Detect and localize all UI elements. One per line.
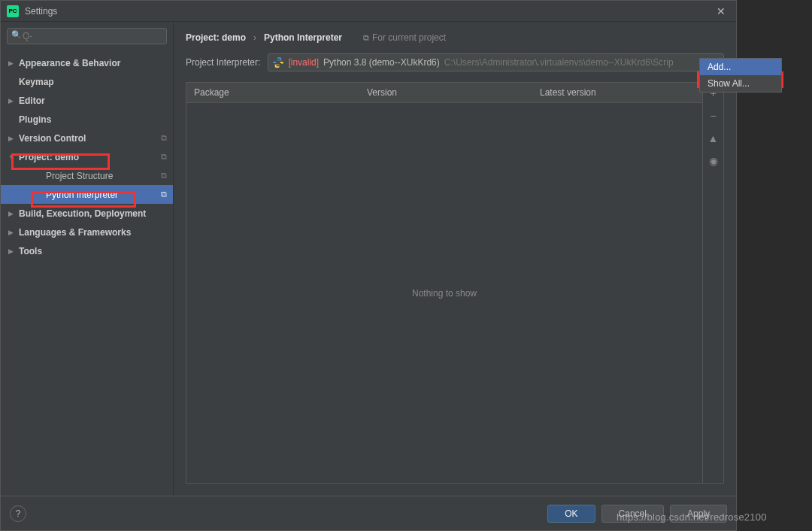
interpreter-combo[interactable]: [invalid] Python 3.8 (demo--XUkKrd6) C:\… [268, 53, 724, 71]
th-latest[interactable]: Latest version [532, 83, 702, 102]
empty-text: Nothing to show [412, 288, 477, 299]
help-button[interactable]: ? [10, 505, 26, 522]
chevron-right-icon[interactable]: ▶ [8, 210, 19, 217]
interpreter-name: Python 3.8 (demo--XUkKrd6) [323, 57, 440, 68]
chevron-right-icon[interactable]: ▶ [8, 135, 19, 142]
window-title: Settings [25, 6, 57, 17]
interpreter-path: C:\Users\Administrator\.virtualenvs\demo… [444, 57, 704, 68]
search-input[interactable] [7, 28, 167, 44]
search-icon: 🔍 [11, 30, 22, 40]
copy-icon: ⧉ [363, 33, 369, 43]
th-version[interactable]: Version [359, 83, 532, 102]
cancel-button[interactable]: Cancel [601, 505, 664, 523]
tree-item-appearance-behavior[interactable]: ▶Appearance & Behavior [1, 53, 173, 72]
breadcrumb-page: Python Interpreter [264, 32, 342, 43]
chevron-right-icon[interactable]: ▶ [8, 59, 19, 67]
table-header: Package Version Latest version [186, 83, 702, 103]
table-body: Nothing to show [186, 103, 702, 483]
close-icon[interactable]: ✕ [712, 4, 730, 19]
chevron-right-icon[interactable]: ▶ [8, 97, 19, 105]
tree-item-editor[interactable]: ▶Editor [1, 91, 173, 110]
chevron-down-icon[interactable]: ▼ [8, 153, 19, 161]
dropdown-item-add[interactable]: Add... [700, 59, 781, 75]
python-icon [273, 57, 283, 68]
tree-item-label: Appearance & Behavior [19, 58, 173, 68]
ok-button[interactable]: OK [547, 505, 595, 523]
tree-item-label: Python Interpreter [46, 190, 161, 200]
main-panel: Project: demo › Python Interpreter ⧉ For… [174, 22, 736, 496]
tree-item-label: Project: demo [19, 152, 161, 162]
settings-tree: ▶Appearance & BehaviorKeymap▶EditorPlugi… [1, 50, 173, 496]
tree-item-label: Languages & Frameworks [19, 227, 173, 238]
interpreter-label: Project Interpreter: [186, 57, 260, 68]
per-project-icon: ⧉ [161, 190, 167, 199]
search-wrap: 🔍 [7, 28, 167, 44]
dropdown-item-show-all[interactable]: Show All... [700, 75, 781, 92]
tree-item-python-interpreter[interactable]: Python Interpreter⧉ [1, 185, 173, 204]
upgrade-package-icon[interactable]: ▲ [708, 132, 719, 144]
th-package[interactable]: Package [186, 83, 359, 102]
tree-item-label: Plugins [19, 114, 173, 125]
tree-item-label: Editor [19, 96, 173, 106]
tree-item-project-structure[interactable]: Project Structure⧉ [1, 166, 173, 185]
tree-item-version-control[interactable]: ▶Version Control⧉ [1, 129, 173, 147]
tree-item-languages-frameworks[interactable]: ▶Languages & Frameworks [1, 223, 173, 241]
sidebar: 🔍 ▶Appearance & BehaviorKeymap▶EditorPlu… [1, 22, 174, 496]
breadcrumb: Project: demo › Python Interpreter ⧉ For… [174, 22, 736, 50]
chevron-right-icon[interactable]: ▶ [8, 247, 19, 255]
tree-item-tools[interactable]: ▶Tools [1, 241, 173, 260]
tree-item-label: Tools [19, 246, 173, 256]
tree-item-keymap[interactable]: Keymap [1, 72, 173, 91]
tree-item-label: Version Control [19, 133, 161, 144]
tree-item-label: Build, Execution, Deployment [19, 208, 173, 219]
per-project-icon: ⧉ [161, 152, 167, 162]
tree-item-plugins[interactable]: Plugins [1, 110, 173, 129]
breadcrumb-project: Project: demo [186, 32, 246, 43]
show-early-releases-icon[interactable]: ◉ [709, 155, 718, 167]
per-project-icon: ⧉ [161, 171, 167, 181]
invalid-tag: [invalid] [288, 57, 319, 68]
chevron-right-icon[interactable]: ▶ [8, 229, 19, 236]
tree-item-project-demo[interactable]: ▼Project: demo⧉ [1, 147, 173, 166]
remove-package-icon[interactable]: − [710, 110, 716, 122]
titlebar: PC Settings ✕ [1, 1, 736, 22]
per-project-icon: ⧉ [161, 133, 167, 143]
interpreter-dropdown-menu: Add... Show All... [699, 58, 782, 93]
dialog-footer: ? OK Cancel Apply [1, 496, 736, 530]
app-icon: PC [7, 5, 19, 17]
tree-item-label: Keymap [19, 77, 173, 87]
tree-item-label: Project Structure [46, 171, 161, 181]
apply-button[interactable]: Apply [670, 505, 727, 523]
tree-item-build-execution-deployment[interactable]: ▶Build, Execution, Deployment [1, 204, 173, 223]
package-tools: + − ▲ ◉ [702, 83, 723, 483]
chevron-right-icon: › [253, 32, 256, 43]
for-current-project-label: For current project [372, 32, 446, 43]
